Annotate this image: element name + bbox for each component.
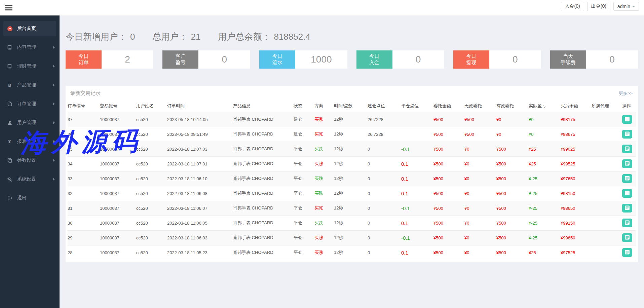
cell-actions xyxy=(622,245,636,260)
cell-invalid: ¥500 xyxy=(464,127,496,142)
table-row: 3610000037cc5202023-05-18 09:51:49肖邦手表 C… xyxy=(68,127,636,142)
transactions-table: 订单编号 交易账号 用户姓名 订单时间 产品信息 状态 方向 时间/点数 建仓点… xyxy=(68,100,636,260)
cell-status: 平仓 xyxy=(294,245,314,260)
cell-username: cc520 xyxy=(136,112,167,127)
sidebar-item-label: 订单管理 xyxy=(17,101,36,107)
stat-card-3: 今日入金0 xyxy=(356,50,444,69)
order-detail-button[interactable] xyxy=(622,159,632,168)
cell-balance: ¥99150 xyxy=(561,216,592,230)
sidebar-item-0[interactable]: 后台首页 xyxy=(3,21,56,36)
cell-actions xyxy=(622,216,636,230)
cell-order-id: 28 xyxy=(68,245,100,260)
sidebar-item-label: 用户管理 xyxy=(17,120,36,126)
more-link[interactable]: 更多>> xyxy=(619,90,633,97)
cell-agent xyxy=(592,156,622,171)
panel-header: 最新交易记录 更多>> xyxy=(66,86,638,100)
col-order-time: 订单时间 xyxy=(167,100,233,112)
cell-balance: ¥98675 xyxy=(561,127,592,142)
order-detail-button[interactable] xyxy=(622,189,632,198)
cell-direction: 买涨 xyxy=(314,230,334,245)
chevron-right-icon xyxy=(53,178,55,181)
cell-amount: ¥500 xyxy=(433,216,464,230)
sidebar-item-8[interactable]: 系统设置 xyxy=(3,171,56,187)
order-detail-button[interactable] xyxy=(622,174,632,183)
cell-actions xyxy=(622,127,636,142)
cell-username: cc520 xyxy=(136,230,167,245)
cell-time-points: 12秒 xyxy=(334,216,368,230)
cell-order-id: 29 xyxy=(68,230,100,245)
chevron-right-icon xyxy=(53,140,55,143)
list-icon xyxy=(624,176,630,182)
chevron-right-icon xyxy=(53,121,55,124)
order-detail-button[interactable] xyxy=(622,248,632,257)
order-detail-button[interactable] xyxy=(622,115,632,124)
order-detail-button[interactable] xyxy=(622,233,632,242)
cell-product: 肖邦手表 CHOPARD xyxy=(233,216,294,230)
cell-amount: ¥500 xyxy=(433,112,464,127)
cell-agent xyxy=(592,127,622,142)
cell-agent xyxy=(592,201,622,216)
sidebar-item-1[interactable]: 内容管理 xyxy=(3,40,56,55)
cell-profit: ¥-25 xyxy=(529,171,561,186)
cell-open-point: 0 xyxy=(368,230,401,245)
cell-direction: 买跌 xyxy=(314,186,334,201)
logout-icon xyxy=(7,195,13,201)
sidebar-item-9[interactable]: 退出 xyxy=(3,190,56,206)
table-row: 2810000037cc5202022-03-18 11:05:23肖邦手表 C… xyxy=(68,245,636,260)
cell-status: 平仓 xyxy=(294,171,314,186)
withdraw-button[interactable]: 出金(0) xyxy=(587,2,610,11)
col-profit: 实际盈亏 xyxy=(529,100,561,112)
cell-actions xyxy=(622,186,636,201)
cell-order-id: 35 xyxy=(68,142,100,156)
cell-balance: ¥98175 xyxy=(561,112,592,127)
cell-profit: ¥25 xyxy=(529,142,561,156)
topbar: 入金(0) 出金(0) admin xyxy=(0,0,644,15)
sidebar-item-4[interactable]: 订单管理 xyxy=(3,96,56,112)
cell-account: 10000037 xyxy=(100,142,136,156)
order-detail-button[interactable] xyxy=(622,219,632,227)
sidebar-item-2[interactable]: 理财管理 xyxy=(3,59,56,74)
col-invalid: 无效委托 xyxy=(464,100,496,112)
cell-agent xyxy=(592,186,622,201)
cell-open-point: 26.7228 xyxy=(368,112,401,127)
order-detail-button[interactable] xyxy=(622,130,632,139)
cell-profit: ¥25 xyxy=(529,156,561,171)
cell-valid: ¥500 xyxy=(496,230,529,245)
col-open-point: 建仓点位 xyxy=(368,100,401,112)
files-icon xyxy=(7,158,13,163)
cell-invalid: ¥0 xyxy=(464,156,496,171)
cell-invalid: ¥500 xyxy=(464,112,496,127)
cell-time-points: 12秒 xyxy=(334,171,368,186)
cell-username: cc520 xyxy=(136,142,167,156)
deposit-button[interactable]: 入金(0) xyxy=(561,2,584,11)
main-content: 今日新增用户： 0 总用户： 21 用户总余额： 818852.4 今日订单2客… xyxy=(60,15,644,308)
list-icon xyxy=(624,117,630,122)
cell-order-time: 2022-03-18 11:06:10 xyxy=(167,171,233,186)
cell-profit: ¥0 xyxy=(529,112,561,127)
chevron-right-icon xyxy=(53,84,55,86)
user-menu-button[interactable]: admin xyxy=(613,2,639,11)
card-value: 0 xyxy=(392,50,444,69)
cell-valid: ¥500 xyxy=(496,245,529,260)
table-row: 3210000037cc5202022-03-18 11:06:08肖邦手表 C… xyxy=(68,186,636,201)
cell-close-point: -0.1 xyxy=(401,230,433,245)
order-detail-button[interactable] xyxy=(622,145,632,153)
cell-product: 肖邦手表 CHOPARD xyxy=(233,171,294,186)
stat-cards: 今日订单2客户盈亏0今日流水1000今日入金0今日提现0当天手续费0 xyxy=(66,50,638,69)
sidebar-item-5[interactable]: 用户管理 xyxy=(3,115,56,130)
menu-toggle-icon[interactable] xyxy=(5,5,12,10)
cell-actions xyxy=(622,230,636,245)
sidebar-item-3[interactable]: B产品管理 xyxy=(3,77,56,93)
cell-close-point: 0.1 xyxy=(401,156,433,171)
cell-time-points: 12秒 xyxy=(334,112,368,127)
table-row: 3110000037cc5202022-03-18 11:06:07肖邦手表 C… xyxy=(68,201,636,216)
cell-amount: ¥500 xyxy=(433,171,464,186)
sidebar-item-6[interactable]: ¥报表管理 xyxy=(3,134,56,149)
order-detail-button[interactable] xyxy=(622,204,632,213)
cell-balance: ¥97650 xyxy=(561,171,592,186)
cell-open-point: 0 xyxy=(368,171,401,186)
sidebar-item-7[interactable]: 参数设置 xyxy=(3,153,56,168)
cell-agent xyxy=(592,142,622,156)
sidebar-item-label: 后台首页 xyxy=(17,26,36,32)
cell-product: 肖邦手表 CHOPARD xyxy=(233,156,294,171)
